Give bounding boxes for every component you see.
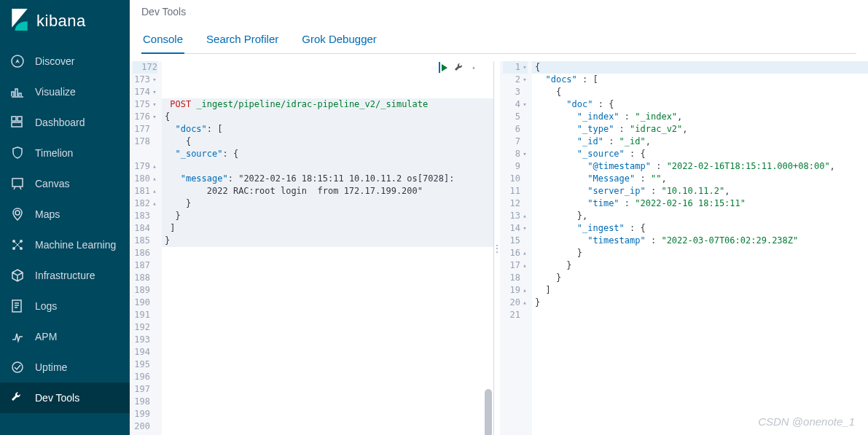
- request-pane[interactable]: 172173▾174▾175▾176▾177178179▴180▴181▴182…: [130, 61, 494, 435]
- nav-item-maps[interactable]: Maps: [0, 199, 130, 230]
- nav-label: APM: [35, 331, 57, 342]
- wrench-icon: [10, 391, 25, 405]
- nav: DiscoverVisualizeDashboardTimelionCanvas…: [0, 46, 130, 435]
- play-icon[interactable]: [439, 63, 450, 73]
- collapse-up-icon[interactable]: ▴: [469, 63, 479, 73]
- nav-item-dev-tools[interactable]: Dev Tools: [0, 383, 130, 413]
- nav-label: Canvas: [35, 178, 69, 189]
- nav-item-visualize[interactable]: Visualize: [0, 77, 130, 107]
- header: Dev Tools ConsoleSearch ProfilerGrok Deb…: [130, 0, 868, 54]
- nav-item-canvas[interactable]: Canvas: [0, 168, 130, 199]
- nav-label: Infrastructure: [35, 270, 95, 281]
- nav-item-dashboard[interactable]: Dashboard: [0, 107, 130, 138]
- nav-item-timelion[interactable]: Timelion: [0, 138, 130, 168]
- nav-item-uptime[interactable]: Uptime: [0, 352, 130, 383]
- watermark: CSDN @onenote_1: [758, 415, 855, 428]
- shield-icon: [10, 146, 25, 160]
- svg-point-11: [12, 362, 23, 372]
- chart-icon: [10, 85, 25, 99]
- request-gutter: 172173▾174▾175▾176▾177178179▴180▴181▴182…: [130, 61, 162, 435]
- tab-search-profiler[interactable]: Search Profiler: [205, 27, 280, 54]
- svg-rect-3: [12, 122, 22, 127]
- page-title: Dev Tools: [141, 6, 856, 17]
- canvas-icon: [10, 176, 25, 191]
- logs-icon: [10, 299, 25, 313]
- map-icon: [10, 207, 25, 222]
- nav-label: Timelion: [35, 147, 73, 159]
- apm-icon: [10, 329, 25, 344]
- nav-label: Uptime: [35, 361, 67, 373]
- response-pane[interactable]: 1▾2▾34▾5678▾910111213▴14▾1516▴17▴1819▴20…: [500, 61, 868, 435]
- nav-label: Visualize: [35, 86, 76, 98]
- nav-item-infrastructure[interactable]: Infrastructure: [0, 260, 130, 291]
- response-gutter: 1▾2▾34▾5678▾910111213▴14▾1516▴17▴1819▴20…: [500, 61, 532, 435]
- compass-icon: [10, 54, 25, 68]
- uptime-icon: [10, 360, 25, 375]
- wrench-icon[interactable]: [454, 63, 464, 73]
- nav-label: Logs: [35, 300, 57, 312]
- nav-item-logs[interactable]: Logs: [0, 291, 130, 321]
- svg-rect-10: [12, 300, 21, 312]
- dashboard-icon: [10, 115, 25, 130]
- editor: 172173▾174▾175▾176▾177178179▴180▴181▴182…: [130, 54, 868, 435]
- svg-rect-4: [12, 179, 23, 187]
- tab-grok-debugger[interactable]: Grok Debugger: [300, 27, 378, 54]
- sidebar: kibana DiscoverVisualizeDashboardTimelio…: [0, 0, 130, 435]
- response-code[interactable]: { "docs" : [ { "doc" : { "_index" : "_in…: [532, 61, 868, 435]
- request-actions: ▴: [439, 61, 479, 74]
- nav-label: Dashboard: [35, 117, 85, 128]
- ml-icon: [10, 238, 25, 252]
- pane-splitter[interactable]: ⋮: [494, 61, 500, 435]
- nav-label: Machine Learning: [35, 239, 116, 251]
- main: Dev Tools ConsoleSearch ProfilerGrok Deb…: [130, 0, 868, 435]
- nav-item-discover[interactable]: Discover: [0, 46, 130, 77]
- nav-label: Discover: [35, 55, 74, 67]
- request-code[interactable]: ▴ POST _ingest/pipeline/idrac-pipeline_v…: [162, 61, 493, 435]
- tabs: ConsoleSearch ProfilerGrok Debugger: [141, 26, 856, 54]
- nav-label: Dev Tools: [35, 392, 79, 404]
- logo[interactable]: kibana: [0, 0, 130, 46]
- nav-item-machine-learning[interactable]: Machine Learning: [0, 230, 130, 260]
- nav-item-apm[interactable]: APM: [0, 321, 130, 352]
- tab-console[interactable]: Console: [141, 27, 184, 54]
- nav-label: Maps: [35, 208, 60, 220]
- scrollbar-thumb[interactable]: [485, 389, 492, 435]
- infra-icon: [10, 268, 25, 283]
- svg-rect-2: [17, 117, 22, 121]
- svg-point-5: [15, 211, 20, 215]
- kibana-logo-icon: [10, 9, 29, 33]
- logo-text: kibana: [36, 12, 86, 31]
- svg-rect-1: [12, 117, 16, 121]
